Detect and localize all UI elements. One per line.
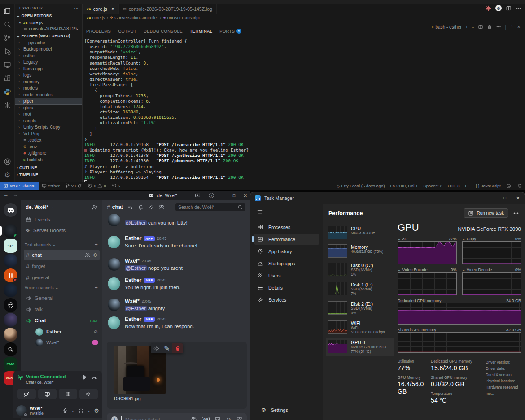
spoiler-eye-icon[interactable]: [151, 343, 162, 353]
text-channel-forget[interactable]: #forget: [24, 261, 100, 272]
settings-gear-icon[interactable]: ⚙: [4, 171, 10, 179]
avatar[interactable]: [108, 236, 120, 248]
nav-back-icon[interactable]: ←: [4, 192, 9, 197]
maximize-button[interactable]: □: [233, 193, 235, 198]
avatar[interactable]: [108, 277, 120, 290]
status-sync-branch[interactable]: ◇Etty Local (5 days ago): [334, 183, 387, 188]
more-options-icon[interactable]: [513, 210, 519, 216]
status-spaces[interactable]: Spaces: 2: [420, 183, 445, 188]
mic-icon[interactable]: [62, 408, 68, 413]
run-debug-activity-icon[interactable]: [4, 48, 11, 55]
create-channel-icon[interactable]: +: [95, 242, 98, 248]
pinned-messages-icon[interactable]: [148, 204, 154, 210]
chat-message[interactable]: EstherAPP20:45You're right. I'll join th…: [102, 277, 247, 290]
emoji-picker-icon[interactable]: ☺: [226, 416, 232, 420]
maximize-button[interactable]: □: [503, 196, 506, 200]
tree-item-models[interactable]: ›models: [15, 85, 82, 92]
server-photo[interactable]: [4, 328, 18, 342]
noise-suppression-icon[interactable]: [81, 374, 87, 380]
text-channels-header[interactable]: Text channels⌄ +: [21, 240, 102, 249]
tree-item-scripts[interactable]: ›scripts: [15, 117, 82, 124]
text-channel-chat[interactable]: #chat⚙: [24, 250, 100, 260]
message-author[interactable]: Wxël*: [125, 258, 140, 264]
status-encoding[interactable]: UTF-8: [445, 183, 463, 188]
status-ports[interactable]: 5: [109, 183, 123, 188]
delete-attachment-icon[interactable]: [172, 343, 183, 353]
split-terminal-icon[interactable]: [478, 24, 483, 30]
chat-message[interactable]: @Esther can you join Etty!: [102, 220, 247, 225]
extensions-activity-icon[interactable]: [4, 74, 11, 82]
nav-forward-icon[interactable]: →: [13, 192, 18, 197]
member-list-icon[interactable]: [158, 204, 165, 210]
nav-item-performance[interactable]: Performance: [254, 234, 319, 245]
tree-item-node-modules[interactable]: ›node_modules: [15, 91, 82, 98]
terminal-more-icon[interactable]: [496, 24, 501, 30]
nav-item-settings[interactable]: ⚙Settings: [258, 404, 288, 416]
voice-channel-talk[interactable]: talk: [24, 304, 100, 315]
tree-item-build-sh[interactable]: $build.sh: [15, 156, 82, 163]
voice-channel-general[interactable]: General: [24, 293, 100, 303]
terminal-output[interactable]: [ConversationController] Turn finished {…: [84, 39, 515, 186]
run-new-task-button[interactable]: Run new task: [464, 208, 508, 218]
accounts-icon[interactable]: [4, 158, 11, 165]
nav-item-startup-apps[interactable]: Startup apps: [254, 258, 319, 269]
explorer-more-icon[interactable]: ⋯: [74, 6, 79, 10]
search-activity-icon[interactable]: [4, 21, 11, 28]
split-editor-icon[interactable]: [506, 5, 512, 11]
account-avatar-icon[interactable]: ◎: [495, 5, 502, 11]
screenshare-button[interactable]: [38, 389, 57, 399]
panel-tab-debug-console[interactable]: DEBUG CONSOLE: [144, 26, 183, 36]
upload-plus-icon[interactable]: +: [111, 416, 118, 420]
tree-item-legacy[interactable]: ›Legacy: [15, 59, 82, 66]
avatar[interactable]: [108, 258, 120, 271]
chat-message[interactable]: Wxël*20:45@Esther nope you arent: [102, 258, 247, 271]
tree-item-memory[interactable]: ›memory: [15, 78, 82, 85]
voice-channel-chat[interactable]: Chat1:43: [24, 315, 100, 326]
voice-user-esther[interactable]: Esther⊘: [21, 326, 102, 337]
edit-attachment-icon[interactable]: ✎: [162, 343, 172, 353]
message-author[interactable]: Esther: [125, 277, 141, 283]
channel-settings-gear-icon[interactable]: ⚙: [93, 252, 97, 258]
server-header[interactable]: de. Wxël*⌄: [21, 200, 102, 214]
threads-icon[interactable]: [127, 204, 133, 210]
close-panel-icon[interactable]: ✕: [517, 25, 521, 29]
perf-card-disk-1-f-[interactable]: Disk 1 (F:)SSD (NVMe)7%: [326, 280, 394, 299]
notification-bell-icon[interactable]: [138, 204, 144, 210]
sidebar-item-events[interactable]: Events: [21, 214, 102, 225]
codeium-activity-icon[interactable]: [4, 101, 11, 109]
notifications-bell-icon[interactable]: [514, 183, 525, 189]
nav-item-users[interactable]: Users: [254, 270, 319, 281]
discord-home[interactable]: [4, 203, 18, 217]
nav-item-app-history[interactable]: App history: [254, 246, 319, 257]
status-branch[interactable]: v3: [62, 183, 85, 188]
server-purple[interactable]: [4, 313, 18, 327]
apps-icon[interactable]: [236, 416, 242, 420]
tree-item-qlora[interactable]: ›qlora: [15, 104, 82, 111]
terminal-dropdown-icon[interactable]: ⌄: [472, 25, 475, 29]
invite-people-icon[interactable]: [92, 204, 98, 210]
tree-item-esther[interactable]: ›esther: [15, 52, 82, 59]
voice-channels-header[interactable]: Voice channels⌄ +: [21, 283, 102, 292]
panel-tab-terminal[interactable]: TERMINAL: [190, 26, 212, 36]
avatar[interactable]: [108, 316, 120, 329]
status-language[interactable]: { }JavaScript: [473, 183, 503, 188]
status-line-col[interactable]: Ln 2100, Col 1: [388, 183, 421, 188]
tree-item-unity-scripts-copy[interactable]: ›Unity Scripts Copy: [15, 124, 82, 131]
perf-card-disk-0-c-[interactable]: Disk 0 (C:)SSD (NVMe)1%: [326, 260, 394, 279]
feedback-icon[interactable]: [503, 183, 514, 189]
voice-user-wxl[interactable]: Wxël*: [21, 337, 102, 348]
tree-item--codex[interactable]: ≣.codex: [15, 137, 82, 144]
editor-tab[interactable]: ▤console-2026-03-28T19-19-05-145Z.log: [119, 4, 217, 14]
gift-icon[interactable]: [191, 416, 197, 420]
workspace-section-label[interactable]: ESTHER [WSL: UBUNTU]: [22, 34, 70, 38]
remote-explorer-activity-icon[interactable]: [4, 61, 11, 69]
voice-location[interactable]: Chat / de. Wxël*: [26, 380, 66, 385]
maximize-panel-icon[interactable]: ⌃: [510, 25, 513, 30]
open-editor-item[interactable]: ▤console-2026-03-28T19-...: [15, 26, 82, 33]
mention-pill[interactable]: @Esther: [125, 220, 147, 225]
chat-message[interactable]: Wxël*20:45@Esther alrighty: [102, 298, 247, 311]
close-editor-icon[interactable]: ✕: [18, 21, 22, 25]
status-workspace[interactable]: esther: [39, 183, 62, 188]
sticker-picker-icon[interactable]: [214, 416, 221, 420]
tree-item--env[interactable]: ⚙.env: [15, 143, 82, 150]
